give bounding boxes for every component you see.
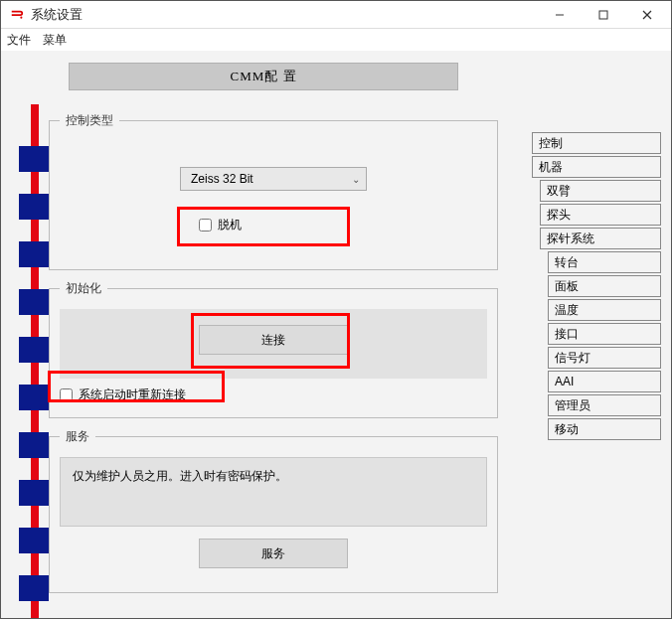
nav-aai[interactable]: AAI	[548, 371, 661, 392]
minimize-button[interactable]	[538, 2, 582, 28]
reconnect-label: 系统启动时重新连接	[79, 387, 186, 403]
titlebar: 系统设置	[1, 1, 671, 29]
reconnect-checkbox[interactable]	[60, 388, 73, 401]
service-button-label: 服务	[261, 545, 285, 562]
left-tab-2[interactable]	[19, 194, 49, 220]
left-tab-3[interactable]	[19, 241, 49, 267]
connect-button[interactable]: 连接	[199, 325, 348, 355]
client-area: CMM配 置 控制类型 Zeiss 32 Bit ⌄ 脱机	[1, 51, 671, 618]
menu-menu[interactable]: 菜单	[43, 32, 67, 49]
offline-checkbox-row[interactable]: 脱机	[199, 217, 242, 233]
nav-interface[interactable]: 接口	[548, 323, 661, 345]
main-content: 控制类型 Zeiss 32 Bit ⌄ 脱机 初始化 连接	[49, 112, 498, 618]
left-tab-7[interactable]	[19, 432, 49, 458]
reconnect-checkbox-row[interactable]: 系统启动时重新连接	[60, 387, 487, 403]
left-tab-1[interactable]	[19, 146, 49, 172]
init-inner: 连接	[60, 309, 487, 379]
init-group: 初始化 连接 系统启动时重新连接	[49, 280, 498, 418]
app-window: 系统设置 文件 菜单 CMM配 置	[0, 0, 672, 619]
connect-button-label: 连接	[261, 332, 285, 349]
svg-rect-2	[599, 11, 607, 19]
maximize-button[interactable]	[582, 2, 625, 28]
dropdown-value: Zeiss 32 Bit	[191, 172, 253, 186]
menubar: 文件 菜单	[1, 29, 671, 51]
menu-file[interactable]: 文件	[7, 32, 31, 49]
window-title: 系统设置	[31, 6, 538, 24]
right-nav-panel: 控制 机器 双臂 探头 探针系统 转台 面板 温度 接口 信号灯 AAI 管理员…	[532, 132, 661, 442]
nav-control[interactable]: 控制	[532, 132, 661, 154]
left-tab-9[interactable]	[19, 528, 49, 553]
service-message: 仅为维护人员之用。进入时有密码保护。	[60, 457, 487, 527]
offline-checkbox-container: 脱机	[189, 207, 358, 243]
offline-label: 脱机	[218, 217, 242, 233]
close-button[interactable]	[625, 2, 669, 28]
chevron-down-icon: ⌄	[352, 174, 360, 185]
nav-move[interactable]: 移动	[548, 418, 661, 440]
nav-stylus-system[interactable]: 探针系统	[540, 228, 661, 249]
service-button[interactable]: 服务	[199, 539, 348, 568]
window-controls	[538, 2, 669, 28]
nav-turntable[interactable]: 转台	[548, 251, 661, 273]
nav-probe[interactable]: 探头	[540, 204, 661, 226]
nav-panel[interactable]: 面板	[548, 275, 661, 297]
left-tab-8[interactable]	[19, 480, 49, 506]
app-icon	[9, 7, 25, 23]
left-tab-6[interactable]	[19, 385, 49, 410]
init-legend: 初始化	[60, 280, 107, 297]
service-group: 服务 仅为维护人员之用。进入时有密码保护。 服务	[49, 428, 498, 593]
nav-temperature[interactable]: 温度	[548, 299, 661, 321]
left-tab-10[interactable]	[19, 575, 49, 601]
nav-admin[interactable]: 管理员	[548, 394, 661, 416]
nav-dual-arm[interactable]: 双臂	[540, 180, 661, 202]
nav-signal-light[interactable]: 信号灯	[548, 347, 661, 369]
page-banner: CMM配 置	[69, 63, 458, 90]
svg-point-0	[20, 16, 22, 18]
offline-checkbox[interactable]	[199, 219, 212, 232]
control-type-dropdown[interactable]: Zeiss 32 Bit ⌄	[180, 167, 367, 191]
control-type-group: 控制类型 Zeiss 32 Bit ⌄ 脱机	[49, 112, 498, 270]
nav-machine[interactable]: 机器	[532, 156, 661, 178]
control-type-legend: 控制类型	[60, 112, 119, 129]
service-legend: 服务	[60, 428, 95, 445]
left-tab-4[interactable]	[19, 289, 49, 315]
left-tab-5[interactable]	[19, 337, 49, 363]
